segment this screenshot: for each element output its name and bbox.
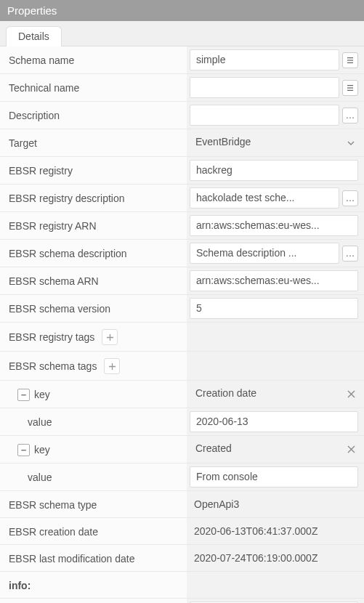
label-ebsr-creation-date: EBSR creation date <box>0 518 187 544</box>
label-ebsr-schema-description: EBSR schema description <box>0 240 187 267</box>
input-ebsr-registry-description[interactable]: hackolade test sche... <box>190 187 339 209</box>
row-tag-key: − key Creation date <box>0 381 364 408</box>
row-ebsr-creation-date: EBSR creation date 2020-06-13T06:41:37.0… <box>0 518 364 545</box>
input-description[interactable] <box>190 105 339 126</box>
panel-title: Properties <box>7 4 57 17</box>
label-tag-key: − key <box>0 436 187 463</box>
row-description: Description … <box>0 102 364 129</box>
svg-rect-2 <box>347 62 353 62</box>
input-ebsr-registry-arn[interactable]: arn:aws:schemas:eu-wes... <box>190 215 358 236</box>
label-ebsr-schema-type: EBSR schema type <box>0 491 187 517</box>
row-tag-value: value From console <box>0 464 364 491</box>
row-target: Target EventBridge <box>0 129 364 157</box>
row-ebsr-last-modification-date: EBSR last modification date 2020-07-24T0… <box>0 545 364 572</box>
ellipsis-icon[interactable]: … <box>342 108 358 124</box>
row-ebsr-schema-description: EBSR schema description Schema descripti… <box>0 240 364 267</box>
row-ebsr-registry-description: EBSR registry description hackolade test… <box>0 185 364 212</box>
label-ebsr-registry: EBSR registry <box>0 157 187 184</box>
input-technical-name[interactable] <box>190 77 339 98</box>
svg-rect-3 <box>347 85 353 86</box>
row-ebsr-registry: EBSR registry hackreg <box>0 157 364 185</box>
input-tag-value[interactable]: From console <box>190 466 358 487</box>
label-ebsr-registry-tags: EBSR registry tags <box>0 323 187 351</box>
row-ebsr-schema-type: EBSR schema type OpenApi3 <box>0 491 364 518</box>
label-text: key <box>34 444 50 456</box>
input-schema-name[interactable]: simple <box>190 49 339 70</box>
menu-icon[interactable] <box>342 52 358 68</box>
label-text: key <box>34 389 50 400</box>
input-ebsr-registry[interactable]: hackreg <box>190 160 358 181</box>
row-ebsr-schema-tags: EBSR schema tags <box>0 352 364 381</box>
select-target[interactable]: EventBridge <box>190 132 341 153</box>
input-ebsr-schema-description[interactable]: Schema description ... <box>190 243 339 264</box>
svg-rect-4 <box>347 87 353 88</box>
tab-bar: Details <box>0 21 364 46</box>
input-ebsr-schema-arn[interactable]: arn:aws:schemas:eu-wes... <box>190 270 358 291</box>
value-ebsr-schema-type: OpenApi3 <box>190 498 358 510</box>
row-technical-name: Technical name <box>0 74 364 102</box>
label-technical-name: Technical name <box>0 74 187 101</box>
tab-details[interactable]: Details <box>6 26 62 46</box>
label-ebsr-last-modification-date: EBSR last modification date <box>0 545 187 571</box>
ellipsis-icon[interactable]: … <box>342 190 358 206</box>
label-ebsr-schema-arn: EBSR schema ARN <box>0 267 187 294</box>
input-ebsr-schema-version[interactable]: 5 <box>190 298 358 319</box>
properties-table: Schema name simple Technical name Descri… <box>0 46 364 603</box>
row-ebsr-schema-arn: EBSR schema ARN arn:aws:schemas:eu-wes..… <box>0 267 364 295</box>
label-ebsr-registry-arn: EBSR registry ARN <box>0 212 187 239</box>
chevron-down-icon[interactable] <box>344 136 358 150</box>
svg-rect-1 <box>347 60 353 60</box>
label-ebsr-schema-version: EBSR schema version <box>0 295 187 322</box>
row-title: title Event submitted via CLI <box>0 599 364 603</box>
label-description: Description <box>0 102 187 129</box>
label-text: EBSR registry tags <box>9 331 94 343</box>
close-icon[interactable] <box>344 387 358 402</box>
label-tag-value: value <box>0 464 187 490</box>
label-tag-value: value <box>0 408 187 435</box>
row-schema-name: Schema name simple <box>0 46 364 74</box>
close-icon[interactable] <box>344 442 358 457</box>
label-info: info: <box>0 572 187 598</box>
menu-icon[interactable] <box>342 80 358 96</box>
add-schema-tag-button[interactable] <box>104 358 120 374</box>
collapse-icon[interactable]: − <box>17 444 30 456</box>
label-ebsr-schema-tags: EBSR schema tags <box>0 352 187 380</box>
label-target: Target <box>0 129 187 156</box>
value-ebsr-last-modification-date: 2020-07-24T06:19:00.000Z <box>190 552 358 564</box>
label-text: EBSR schema tags <box>9 360 97 372</box>
label-schema-name: Schema name <box>0 46 187 73</box>
input-tag-key[interactable]: Created <box>190 439 341 460</box>
row-tag-value: value 2020-06-13 <box>0 408 364 436</box>
row-info-section: info: <box>0 572 364 599</box>
label-title: title <box>0 599 187 603</box>
collapse-icon[interactable]: − <box>17 389 30 401</box>
input-tag-value[interactable]: 2020-06-13 <box>190 411 358 432</box>
ellipsis-icon[interactable]: … <box>342 246 358 262</box>
panel-header: Properties <box>0 0 364 21</box>
row-ebsr-registry-tags: EBSR registry tags <box>0 323 364 352</box>
row-ebsr-schema-version: EBSR schema version 5 <box>0 295 364 323</box>
label-ebsr-registry-description: EBSR registry description <box>0 185 187 211</box>
add-registry-tag-button[interactable] <box>102 329 118 345</box>
input-tag-key[interactable]: Creation date <box>190 384 341 405</box>
tab-details-label: Details <box>18 31 49 42</box>
row-tag-key: − key Created <box>0 436 364 464</box>
svg-rect-0 <box>347 57 353 58</box>
label-tag-key: − key <box>0 381 187 408</box>
value-ebsr-creation-date: 2020-06-13T06:41:37.000Z <box>190 525 358 537</box>
row-ebsr-registry-arn: EBSR registry ARN arn:aws:schemas:eu-wes… <box>0 212 364 240</box>
svg-rect-5 <box>347 89 353 90</box>
